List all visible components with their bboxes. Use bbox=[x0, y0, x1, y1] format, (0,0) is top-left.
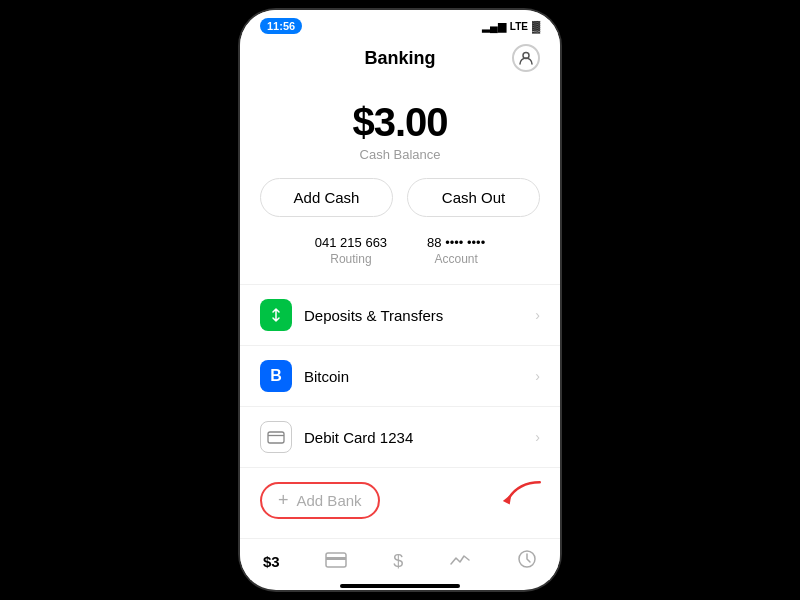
bottom-nav: $3 $ bbox=[240, 538, 560, 580]
cash-nav-icon: $ bbox=[393, 551, 403, 572]
profile-button[interactable] bbox=[512, 44, 540, 72]
network-icon: LTE bbox=[510, 21, 528, 32]
balance-section: $3.00 Cash Balance bbox=[240, 90, 560, 178]
balance-nav-icon: $3 bbox=[263, 553, 280, 570]
bottom-nav-activity[interactable] bbox=[449, 550, 471, 573]
activity-nav-icon bbox=[449, 550, 471, 573]
wallet-nav-icon bbox=[325, 550, 347, 573]
routing-info: 041 215 663 Routing bbox=[315, 235, 387, 266]
bottom-nav-cash[interactable]: $ bbox=[393, 551, 403, 572]
status-time: 11:56 bbox=[260, 18, 302, 34]
main-content: $3.00 Cash Balance Add Cash Cash Out 041… bbox=[240, 80, 560, 538]
menu-item-deposits[interactable]: Deposits & Transfers › bbox=[240, 285, 560, 346]
routing-number: 041 215 663 bbox=[315, 235, 387, 250]
debit-card-label: Debit Card 1234 bbox=[304, 429, 535, 446]
action-buttons: Add Cash Cash Out bbox=[240, 178, 560, 235]
plus-icon: + bbox=[278, 490, 289, 511]
routing-label: Routing bbox=[315, 252, 387, 266]
status-bar: 11:56 ▂▄▆ LTE ▓ bbox=[240, 10, 560, 38]
account-number: 88 •••• •••• bbox=[427, 235, 485, 250]
phone-frame: 11:56 ▂▄▆ LTE ▓ Banking $3.00 Cash Balan… bbox=[240, 10, 560, 590]
balance-amount: $3.00 bbox=[260, 100, 540, 145]
chevron-icon: › bbox=[535, 429, 540, 445]
account-info: 041 215 663 Routing 88 •••• •••• Account bbox=[240, 235, 560, 284]
bottom-nav-balance[interactable]: $3 bbox=[263, 553, 280, 570]
account-info-item: 88 •••• •••• Account bbox=[427, 235, 485, 266]
add-bank-row: + Add Bank bbox=[240, 468, 560, 533]
balance-label: Cash Balance bbox=[260, 147, 540, 162]
account-label: Account bbox=[427, 252, 485, 266]
bottom-nav-wallet[interactable] bbox=[325, 550, 347, 573]
bitcoin-label: Bitcoin bbox=[304, 368, 535, 385]
svg-rect-1 bbox=[268, 432, 284, 443]
debit-card-icon bbox=[260, 421, 292, 453]
bitcoin-icon: B bbox=[260, 360, 292, 392]
chevron-icon: › bbox=[535, 307, 540, 323]
page-title: Banking bbox=[364, 48, 435, 69]
battery-icon: ▓ bbox=[532, 20, 540, 32]
nav-bar: Banking bbox=[240, 38, 560, 80]
add-cash-button[interactable]: Add Cash bbox=[260, 178, 393, 217]
menu-item-bitcoin[interactable]: B Bitcoin › bbox=[240, 346, 560, 407]
home-indicator bbox=[340, 584, 460, 588]
deposits-label: Deposits & Transfers bbox=[304, 307, 535, 324]
svg-marker-3 bbox=[503, 494, 512, 504]
svg-rect-5 bbox=[326, 557, 346, 560]
chevron-icon: › bbox=[535, 368, 540, 384]
arrow-annotation bbox=[484, 474, 544, 518]
bottom-nav-clock[interactable] bbox=[517, 549, 537, 574]
clock-nav-icon bbox=[517, 549, 537, 574]
menu-item-debit-card[interactable]: Debit Card 1234 › bbox=[240, 407, 560, 468]
deposits-icon bbox=[260, 299, 292, 331]
status-icons: ▂▄▆ LTE ▓ bbox=[482, 20, 540, 33]
add-bank-label: Add Bank bbox=[297, 492, 362, 509]
add-bank-button[interactable]: + Add Bank bbox=[260, 482, 380, 519]
signal-icon: ▂▄▆ bbox=[482, 20, 506, 33]
cash-out-button[interactable]: Cash Out bbox=[407, 178, 540, 217]
